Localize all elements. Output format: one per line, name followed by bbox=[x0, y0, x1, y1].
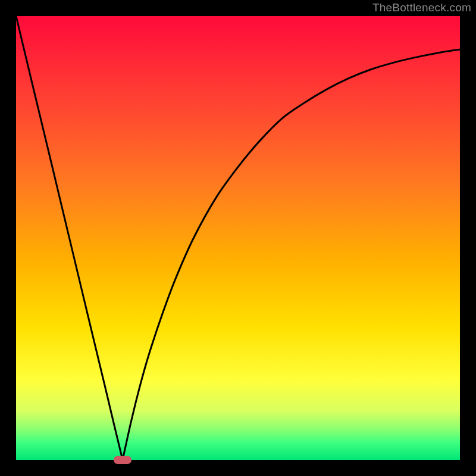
source-watermark: TheBottleneck.com bbox=[372, 1, 471, 14]
curve-left-branch bbox=[16, 16, 123, 460]
curve-right-branch bbox=[123, 49, 460, 460]
optimum-marker bbox=[114, 456, 131, 464]
chart-frame: TheBottleneck.com bbox=[0, 0, 476, 476]
plot-area bbox=[16, 16, 460, 460]
bottleneck-curve bbox=[16, 16, 460, 460]
